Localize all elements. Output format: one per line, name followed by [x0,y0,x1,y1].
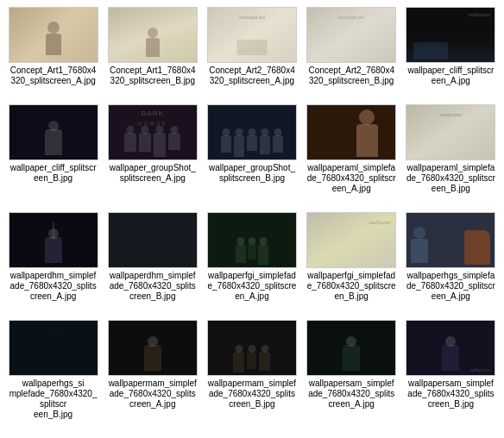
thumbnail [207,104,297,160]
thumbnail [306,104,396,160]
file-item[interactable]: wallpaper wallpaperfgi_simplefade_7680x4… [304,210,400,315]
thumbnail [207,320,297,376]
file-item[interactable]: wallpaper wallpaperaml_simplefade_7680x4… [403,103,499,207]
file-item[interactable]: concept art Concept_Art2_7680x4320_split… [304,5,400,99]
filename: Concept_Art2_7680x4320_splitscreen_B.jpg [306,66,396,86]
file-item[interactable]: wallpaper wallpaper_cliff_splitscreen_A.… [403,5,499,99]
filename: wallpaperdhm_simplefade_7680x4320_splits… [108,271,198,302]
file-item[interactable]: Concept_Art1_7680x4320_splitscreen_B.jpg [104,5,200,99]
file-item[interactable]: Concept_Art1_7680x4320_splitscreen_A.jpg [5,5,101,99]
filename: wallpapermam_simplefade_7680x4320_splits… [207,379,297,410]
file-item[interactable]: splitscreen wallpapersam_simplefade_7680… [403,318,499,433]
file-item[interactable]: wallpaper_cliff_splitscreen_B.jpg [5,103,101,207]
file-item[interactable]: wallpapermam_simplefade_7680x4320_splits… [104,318,200,433]
file-item[interactable]: concept art Concept_Art2_7680x4320_split… [204,5,299,99]
file-item[interactable]: wallpaperfgi_simplefade_7680x4320_splits… [204,210,299,315]
thumbnail: DARK HORSE [108,104,198,160]
file-item[interactable]: wallpapermam_simplefade_7680x4320_splits… [204,318,299,433]
thumbnail [9,212,98,268]
file-item[interactable]: wallpaperhgs_simplefade_7680x4320_splits… [403,210,499,315]
filename: wallpapersam_simplefade_7680x4320_splits… [306,379,396,410]
thumbnail [9,104,98,160]
thumbnail: concept art [306,7,396,63]
filename: wallpapermam_simplefade_7680x4320_splits… [108,379,198,410]
thumbnail [108,320,198,376]
filename: Concept_Art1_7680x4320_splitscreen_A.jpg [9,66,98,86]
thumbnail: · · · [108,212,198,268]
filename: wallpaperfgi_simplefade_7680x4320_splits… [207,271,297,302]
filename: wallpaperaml_simplefade_7680x4320_splits… [406,163,495,194]
filename: wallpapersam_simplefade_7680x4320_splits… [406,379,495,410]
thumbnail [207,212,297,268]
file-item[interactable]: wallpapersam_simplefade_7680x4320_splits… [304,318,400,433]
thumbnail: · · · [9,320,98,376]
filename: wallpaperdhm_simplefade_7680x4320_splits… [9,271,98,302]
thumbnail: concept art [207,7,297,63]
file-item[interactable]: wallpaper_groupShot_splitscreen_B.jpg [204,103,299,207]
thumbnail [306,320,396,376]
file-item[interactable]: DARK HORSE wallpaper_groupShot_splitscre… [104,103,200,207]
thumbnail: wallpaper [406,104,495,160]
filename: Concept_Art1_7680x4320_splitscreen_B.jpg [108,66,198,86]
filename: wallpaperfgi_simplefade_7680x4320_splits… [306,271,396,302]
filename: wallpaper_groupShot_splitscreen_A.jpg [108,163,198,184]
filename: wallpaperaml_simplefade_7680x4320_splits… [306,163,396,194]
thumbnail: wallpaper [306,212,396,268]
thumbnail: wallpaper [406,7,495,63]
filename: wallpaper_groupShot_splitscreen_B.jpg [207,163,297,184]
file-grid: Concept_Art1_7680x4320_splitscreen_A.jpg… [0,0,504,438]
filename: Concept_Art2_7680x4320_splitscreen_A.jpg [207,66,297,86]
thumbnail: splitscreen [406,320,495,376]
file-item[interactable]: wallpaperdhm_simplefade_7680x4320_splits… [5,210,101,315]
thumbnail [406,212,495,268]
file-item[interactable]: · · · wallpaperdhm_simplefade_7680x4320_… [104,210,200,315]
file-item[interactable]: · · · wallpaperhgs_simplefade_7680x4320_… [5,318,101,433]
filename: wallpaper_cliff_splitscreen_A.jpg [406,66,495,86]
thumbnail [108,7,198,63]
thumbnail [9,7,98,63]
filename: wallpaper_cliff_splitscreen_B.jpg [9,163,98,184]
filename: wallpaperhgs_simplefade_7680x4320_splits… [406,271,495,302]
filename: wallpaperhgs_simplefade_7680x4320_splits… [9,379,98,420]
file-item[interactable]: wallpaperaml_simplefade_7680x4320_splits… [304,103,400,207]
